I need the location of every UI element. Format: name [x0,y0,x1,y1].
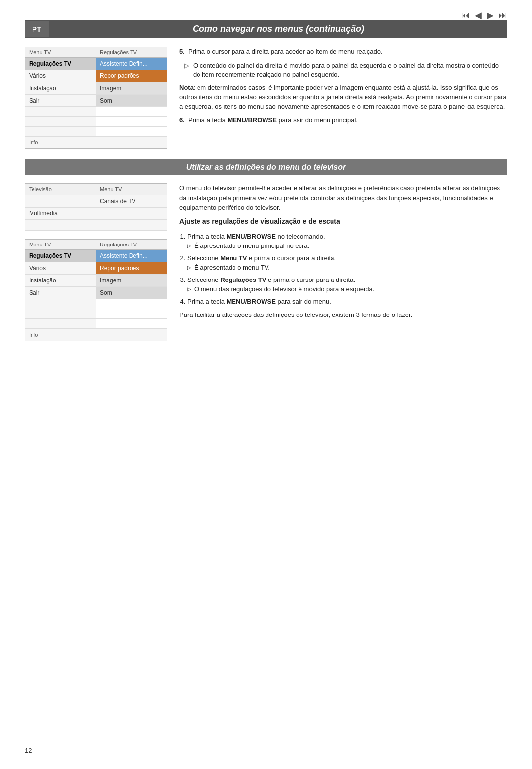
menu-col-right-header: Regulações TV [96,47,167,57]
skip-back-icon: ⏮ [461,10,470,21]
menu-cell-assistente-1: Assistente Defin... [96,58,167,70]
sp-cell-empty [25,195,96,207]
navigation-icons: ⏮ ◀ ▶ ⏭ [461,10,507,21]
sub-heading-ajuste: Ajuste as regulações de visualização e d… [179,216,507,227]
menu-cell-som-1: Som [96,95,167,106]
menu2-row-6 [25,309,167,319]
menu-row-1: Regulações TV Assistente Defin... [25,58,167,70]
menu2-row-2: Vários Repor padrões [25,262,167,275]
menu-panel-1: Menu TV Regulações TV Regulações TV Assi… [25,47,167,149]
menu-cell-varios-1: Vários [25,70,96,82]
section2-step2-sub: É apresentado o menu TV. [187,263,507,273]
menu2-row-3: Instalação Imagem [25,275,167,287]
info-row-1: Info [25,137,167,148]
section2-step3: Seleccione Regulações TV e prima o curso… [187,275,507,294]
menu2-cell-varios: Vários [25,262,96,274]
section2-header: Utilizar as definições do menu do televi… [25,159,507,175]
section1-header: PT Como navegar nos menus (continuação) [25,20,507,38]
sp-header: Televisão Menu TV [25,184,167,195]
menu-panel-2: Menu TV Regulações TV Regulações TV Assi… [25,239,167,341]
section2-step4: Prima a tecla MENU/BROWSE para sair do m… [187,297,507,307]
section2-step3-arrow: O menu das regulações do televisor é mov… [187,284,507,294]
section2-step1-arrow: É apresentado o menu principal no ecrã. [187,241,507,251]
forward-icon: ▶ [487,10,494,21]
menu2-cell-repor: Repor padrões [96,262,167,274]
step5-text: 5. Prima o cursor para a direita para ac… [179,47,507,57]
menu-row-7 [25,127,167,137]
sp-row-canais: Canais de TV [25,195,167,208]
sp-col-televisao: Televisão [25,184,96,195]
menu-cell-repor-1: Repor padrões [96,70,167,82]
section2-intro: O menu do televisor permite-lhe aceder e… [179,183,507,212]
step5-arrow-item: ▷ O conteúdo do painel da direita é movi… [179,61,507,80]
menu2-row-4: Sair Som [25,287,167,299]
menu-cell-imagem-1: Imagem [96,82,167,94]
note-text: Nota: em determinados casos, é important… [179,83,507,112]
menu2-cell-regulacoes: Regulações TV [25,250,96,262]
sp-row-empty2 [25,225,167,231]
section2-step2-arrow: É apresentado o menu TV. [187,263,507,273]
sp-col-menutv: Menu TV [96,184,167,195]
section2-text: O menu do televisor permite-lhe aceder e… [179,183,507,341]
menu2-row-5 [25,299,167,309]
menu2-cell-sair: Sair [25,287,96,299]
menu2-col-right-header: Regulações TV [96,240,167,249]
section2-step3-sub: O menu das regulações do televisor é mov… [187,284,507,294]
menu-row-5 [25,107,167,117]
menu-col-left-header: Menu TV [25,47,96,57]
step5-arrow-text: O conteúdo do painel da direita é movido… [193,61,507,80]
menu-row-2: Vários Repor padrões [25,70,167,82]
section2-step2: Seleccione Menu TV e prima o cursor para… [187,253,507,273]
back-icon: ◀ [475,10,482,21]
menu2-cell-assistente: Assistente Defin... [96,250,167,262]
menu-row-3: Instalação Imagem [25,82,167,95]
menu2-cell-instalacao: Instalação [25,275,96,286]
menu-cell-sair-1: Sair [25,95,96,106]
menu2-cell-imagem: Imagem [96,275,167,286]
sp-row-empty1 [25,220,167,225]
menu-row-4: Sair Som [25,95,167,107]
menu-panel-simple: Televisão Menu TV Canais de TV Multimedi… [25,183,167,231]
step6-text: 6. Prima a tecla MENU/BROWSE para sair d… [179,115,507,125]
menu-row-6 [25,117,167,127]
section2-content: Televisão Menu TV Canais de TV Multimedi… [25,183,507,341]
section2-step1-sub: É apresentado o menu principal no ecrã. [187,241,507,251]
menu-cell-regulacoes-tv-1: Regulações TV [25,58,96,70]
menu2-row-7 [25,319,167,329]
arrow-icon-1: ▷ [184,61,190,80]
section1-title: Como navegar nos menus (continuação) [49,20,507,38]
menu2-row-1: Regulações TV Assistente Defin... [25,250,167,262]
menu2-cell-som: Som [96,287,167,299]
skip-forward-icon: ⏭ [499,10,507,21]
sp-cell-empty2 [96,208,167,219]
language-badge: PT [25,21,49,37]
menu2-col-left-header: Menu TV [25,240,96,249]
section2-step1: Prima a tecla MENU/BROWSE no telecomando… [187,232,507,251]
section2-footer: Para facilitar a alterações das definiçõ… [179,310,507,320]
section2-steps-list: Prima a tecla MENU/BROWSE no telecomando… [179,232,507,307]
sp-cell-multimedia: Multimedia [25,208,96,219]
info-row-2: Info [25,329,167,341]
section2-title: Utilizar as definições do menu do televi… [186,163,346,171]
menu-cell-instalacao-1: Instalação [25,82,96,94]
section1-text: 5. Prima o cursor para a direita para ac… [179,47,507,149]
sp-cell-canais: Canais de TV [96,195,167,207]
page-number: 12 [25,747,32,754]
sp-row-multimedia: Multimedia [25,208,167,220]
section1-content: Menu TV Regulações TV Regulações TV Assi… [25,47,507,149]
